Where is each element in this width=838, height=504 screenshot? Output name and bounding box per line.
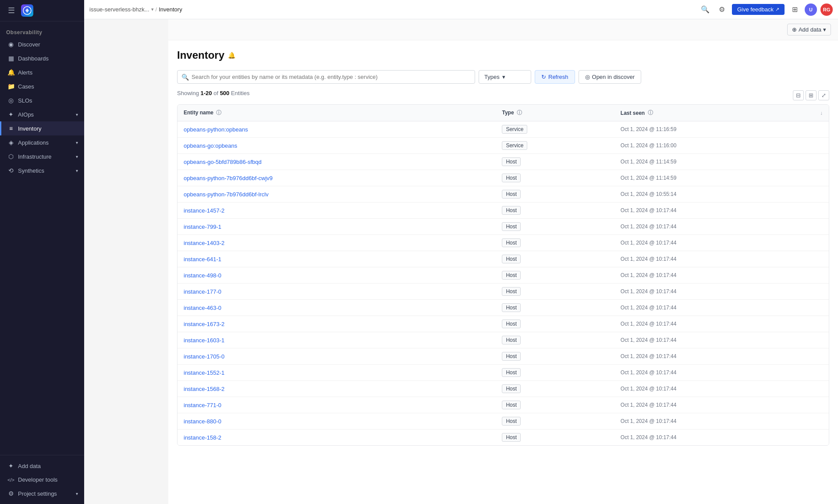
synthetics-icon: ⟲: [7, 167, 14, 174]
entity-name-link[interactable]: instance-1705-0: [184, 353, 224, 360]
sidebar-item-synthetics[interactable]: ⟲ Synthetics ▾: [0, 163, 84, 177]
give-feedback-button[interactable]: Give feedback ↗: [732, 4, 785, 15]
last-seen-info-icon[interactable]: ⓘ: [648, 109, 653, 117]
sidebar-item-label: Applications: [18, 139, 49, 146]
page-title: Inventory: [177, 49, 224, 61]
sidebar-item-cases[interactable]: 📁 Cases: [0, 79, 84, 93]
entity-name-link[interactable]: instance-1603-1: [184, 337, 224, 344]
type-badge: Host: [502, 271, 521, 280]
table-row: instance-1552-1HostOct 1, 2024 @ 10:17:4…: [178, 365, 829, 381]
entity-name-link[interactable]: instance-771-0: [184, 402, 221, 408]
entity-name-cell: instance-498-0: [178, 267, 496, 284]
entity-type-cell: Host: [496, 267, 614, 284]
sidebar-item-discover[interactable]: ◉ Discover: [0, 37, 84, 51]
search-input[interactable]: [177, 70, 475, 84]
type-info-icon[interactable]: ⓘ: [517, 110, 522, 116]
entity-type-cell: Host: [496, 219, 614, 235]
entity-table: Entity name ⓘ Type ⓘ Last seen ⓘ ↓: [177, 104, 829, 446]
search-wrapper: 🔍: [177, 70, 475, 84]
sidebar-item-label: SLOs: [18, 97, 32, 104]
type-badge: Host: [502, 206, 521, 215]
entity-name-link[interactable]: instance-880-0: [184, 418, 221, 425]
grid-view-button[interactable]: ⊞: [806, 90, 817, 100]
last-seen-cell: Oct 1, 2024 @ 10:17:44: [614, 251, 829, 267]
entity-name-link[interactable]: instance-158-2: [184, 434, 221, 441]
table-row: instance-771-0HostOct 1, 2024 @ 10:17:44: [178, 397, 829, 413]
entity-name-link[interactable]: instance-1673-2: [184, 321, 224, 327]
table-view-button[interactable]: ⊟: [793, 90, 804, 100]
last-seen-cell: Oct 1, 2024 @ 10:17:44: [614, 332, 829, 348]
table-row: instance-177-0HostOct 1, 2024 @ 10:17:44: [178, 284, 829, 300]
entity-name-link[interactable]: opbeans-python:opbeans: [184, 126, 248, 133]
user-icon-blue[interactable]: U: [805, 4, 817, 16]
types-dropdown[interactable]: Types ▾: [479, 70, 531, 84]
sidebar-item-label: Project settings: [18, 490, 57, 497]
sidebar-item-aiops[interactable]: ✦ AIOps ▾: [0, 107, 84, 121]
table-row: instance-799-1HostOct 1, 2024 @ 10:17:44: [178, 219, 829, 235]
table-row: instance-463-0HostOct 1, 2024 @ 10:17:44: [178, 300, 829, 316]
sidebar-item-applications[interactable]: ◈ Applications ▾: [0, 135, 84, 149]
table-row: opbeans-python-7b976dd6bf-lrclvHostOct 1…: [178, 186, 829, 202]
breadcrumb-dropdown-icon[interactable]: ▾: [151, 7, 154, 12]
open-in-discover-button[interactable]: ◎ Open in discover: [579, 70, 642, 84]
sidebar-item-inventory[interactable]: ≡ Inventory: [0, 121, 84, 135]
menu-toggle-button[interactable]: ☰: [5, 5, 18, 16]
add-data-icon: ⊕: [792, 26, 797, 33]
column-entity-name: Entity name ⓘ: [178, 105, 496, 121]
entity-type-cell: Host: [496, 251, 614, 267]
entity-type-cell: Host: [496, 429, 614, 446]
entity-name-info-icon[interactable]: ⓘ: [216, 110, 221, 116]
chevron-down-icon: ▾: [76, 491, 78, 496]
type-badge: Host: [502, 303, 521, 312]
sidebar-item-developer-tools[interactable]: </> Developer tools: [0, 473, 84, 486]
entity-name-link[interactable]: instance-463-0: [184, 305, 221, 311]
last-seen-cell: Oct 1, 2024 @ 10:17:44: [614, 413, 829, 429]
sidebar-item-project-settings[interactable]: ⚙ Project settings ▾: [0, 486, 84, 500]
toolbar: 🔍 Types ▾ ↻ Refresh ◎ Open in discover: [177, 70, 829, 84]
entity-type-cell: Host: [496, 332, 614, 348]
entity-type-cell: Host: [496, 300, 614, 316]
entity-name-link[interactable]: instance-1568-2: [184, 386, 224, 392]
breadcrumb-project-link[interactable]: issue-serverless-bhzk...: [89, 6, 149, 13]
entity-name-link[interactable]: opbeans-python-7b976dd6bf-lrclv: [184, 191, 269, 198]
discover-icon: ◎: [585, 74, 590, 80]
avatar[interactable]: RG: [820, 4, 833, 16]
last-seen-cell: Oct 1, 2024 @ 10:17:44: [614, 348, 829, 365]
column-type: Type ⓘ: [496, 105, 614, 121]
table-header-row: Entity name ⓘ Type ⓘ Last seen ⓘ ↓: [178, 105, 829, 121]
sidebar-item-label: Add data: [18, 463, 41, 469]
entity-name-link[interactable]: instance-1457-2: [184, 207, 224, 214]
chevron-down-icon: ▾: [76, 112, 78, 117]
sidebar-item-dashboards[interactable]: ▦ Dashboards: [0, 51, 84, 65]
search-button[interactable]: 🔍: [699, 3, 712, 16]
expand-button[interactable]: ⤢: [818, 90, 829, 100]
grid-button[interactable]: ⊞: [788, 3, 801, 16]
sidebar-item-infrastructure[interactable]: ⬡ Infrastructure ▾: [0, 149, 84, 163]
sidebar-item-alerts[interactable]: 🔔 Alerts: [0, 65, 84, 79]
sidebar: ☰ Observability ◉ Discover ▦ Dashboards …: [0, 0, 84, 504]
entity-name-link[interactable]: instance-1552-1: [184, 369, 224, 376]
add-data-button[interactable]: ⊕ Add data ▾: [787, 24, 831, 35]
refresh-button[interactable]: ↻ Refresh: [535, 70, 575, 84]
entity-name-link[interactable]: instance-498-0: [184, 272, 221, 279]
sort-icon[interactable]: ↓: [820, 110, 823, 116]
sidebar-item-label: Discover: [18, 41, 40, 48]
last-seen-cell: Oct 1, 2024 @ 11:14:59: [614, 154, 829, 170]
entity-name-link[interactable]: instance-641-1: [184, 256, 221, 263]
info-icon[interactable]: 🔔: [228, 52, 235, 59]
sidebar-item-slos[interactable]: ◎ SLOs: [0, 93, 84, 107]
entity-name-link[interactable]: opbeans-go:opbeans: [184, 142, 237, 149]
entity-name-link[interactable]: instance-177-0: [184, 288, 221, 295]
sidebar-item-add-data[interactable]: ✦ Add data: [0, 459, 84, 473]
type-badge: Host: [502, 190, 521, 199]
entity-name-link[interactable]: opbeans-python-7b976dd6bf-cwjv9: [184, 175, 273, 181]
entity-name-link[interactable]: opbeans-go-5bfd789b86-sfbqd: [184, 159, 262, 165]
entity-name-link[interactable]: instance-799-1: [184, 224, 221, 230]
breadcrumb: issue-serverless-bhzk... ▾ / Inventory: [89, 6, 182, 13]
entity-type-cell: Host: [496, 284, 614, 300]
entity-name-link[interactable]: instance-1403-2: [184, 240, 224, 246]
open-discover-label: Open in discover: [592, 74, 635, 80]
settings-icon: ⚙: [7, 490, 14, 497]
settings-button[interactable]: ⚙: [715, 3, 728, 16]
entity-type-cell: Host: [496, 348, 614, 365]
